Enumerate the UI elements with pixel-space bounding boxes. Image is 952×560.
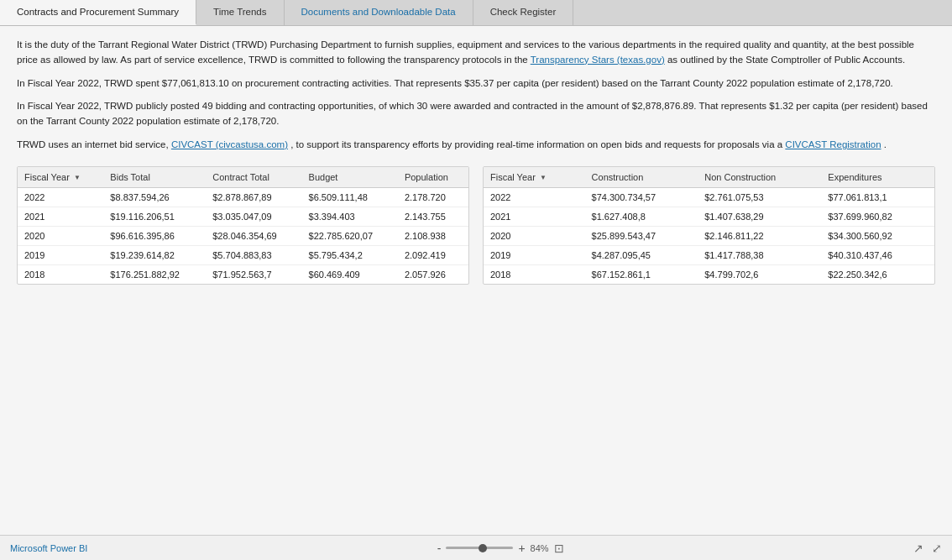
table1-col-budget[interactable]: Budget [302,167,398,188]
sort-icon-col0: ▼ [74,174,81,181]
table2-cell-col2: $2.761.075,53 [698,187,821,207]
table1-cell-col4: 2.057.926 [398,264,468,284]
tab-check-label: Check Register [490,7,557,17]
zoom-slider-track[interactable] [446,547,513,549]
table2-cell-col0: 2020 [484,226,585,245]
table2-cell-col3: $22.250.342,6 [821,264,934,284]
table2-cell-col1: $67.152.861,1 [585,264,698,284]
paragraph-1: It is the duty of the Tarrant Regional W… [17,38,935,68]
content-inner: It is the duty of the Tarrant Regional W… [0,26,952,535]
table1-cell-col2: $5.704.883,83 [206,245,301,264]
transparency-stars-link[interactable]: Transparency Stars (texas.gov) [531,55,665,65]
table-row: 2021$1.627.408,8$1.407.638,29$37.699.960… [484,207,934,226]
bottom-bar: Microsoft Power BI - + 84% ⊡ ↗ ⤢ [0,535,952,560]
table1-cell-col0: 2022 [18,187,103,207]
powerbi-link[interactable]: Microsoft Power BI [10,543,87,553]
fullscreen-icon[interactable]: ⤢ [932,542,942,555]
para4-suffix: . [884,139,887,149]
table2-cell-col2: $1.407.638,29 [698,207,821,226]
table1-cell-col1: $19.116.206,51 [103,207,206,226]
table1-cell-col1: $176.251.882,92 [103,264,206,284]
table1-col-bids[interactable]: Bids Total [103,167,206,188]
table1-cell-col4: 2.092.419 [398,245,468,264]
para3-text: In Fiscal Year 2022, TRWD publicly poste… [17,101,928,126]
table2-cell-col0: 2021 [484,207,585,226]
table1-cell-col0: 2019 [18,245,103,264]
table2-cell-col1: $1.627.408,8 [585,207,698,226]
para4-prefix: TRWD uses an internet bid service, [17,139,169,149]
table1: Fiscal Year ▼ Bids Total Contract Total … [18,167,468,284]
table1-cell-col1: $96.616.395,86 [103,226,206,245]
table1-cell-col2: $2.878.867,89 [206,187,301,207]
table2-cell-col1: $25.899.543,47 [585,226,698,245]
table1-cell-col3: $60.469.409 [302,264,398,284]
table1-col-population[interactable]: Population [398,167,468,188]
tab-check[interactable]: Check Register [473,0,574,25]
tab-contracts[interactable]: Contracts and Procurement Summary [0,0,196,25]
table2-col-fiscalyear[interactable]: Fiscal Year ▼ [484,167,585,188]
zoom-controls: - + 84% ⊡ [437,542,564,555]
table1-cell-col3: $3.394.403 [302,207,398,226]
para2-text: In Fiscal Year 2022, TRWD spent $77,061,… [17,78,893,88]
table2-col0-label: Fiscal Year [490,172,536,182]
table2-header-row: Fiscal Year ▼ Construction Non Construct… [484,167,934,188]
table-row: 2019$4.287.095,45$1.417.788,38$40.310.43… [484,245,934,264]
table2-col-construction[interactable]: Construction [585,167,698,188]
table2-cell-col2: $1.417.788,38 [698,245,821,264]
table1-cell-col1: $19.239.614,82 [103,245,206,264]
share-icon[interactable]: ↗ [913,542,923,555]
tab-contracts-label: Contracts and Procurement Summary [17,7,179,17]
table1-cell-col0: 2020 [18,226,103,245]
table-row: 2020$96.616.395,86$28.046.354,69$22.785.… [18,226,468,245]
table2-cell-col2: $2.146.811,22 [698,226,821,245]
table1-cell-col0: 2018 [18,264,103,284]
table1-col4-label: Population [405,172,448,182]
tab-trends-label: Time Trends [213,7,266,17]
zoom-plus-button[interactable]: + [518,542,525,554]
table-row: 2022$74.300.734,57$2.761.075,53$77.061.8… [484,187,934,207]
sort-icon-t2-col0: ▼ [540,174,547,181]
para1-suffix: as outlined by the State Comptroller of … [667,55,905,65]
table1-cell-col4: 2.143.755 [398,207,468,226]
table1-col2-label: Contract Total [212,172,269,182]
table1-col-fiscalyear[interactable]: Fiscal Year ▼ [18,167,103,188]
table1-cell-col1: $8.837.594,26 [103,187,206,207]
table1-cell-col4: 2.178.720 [398,187,468,207]
main-content: It is the duty of the Tarrant Regional W… [0,26,952,535]
table2-cell-col0: 2022 [484,187,585,207]
table2-col-nonconstruction[interactable]: Non Construction [698,167,821,188]
para4-mid: , to support its transparency efforts by… [290,139,782,149]
table2-cell-col0: 2018 [484,264,585,284]
civcast-registration-link[interactable]: CIVCAST Registration [785,139,881,149]
table2-cell-col1: $74.300.734,57 [585,187,698,207]
table-row: 2018$67.152.861,1$4.799.702,6$22.250.342… [484,264,934,284]
table1-col0-label: Fiscal Year [24,172,70,182]
table-row: 2018$176.251.882,92$71.952.563,7$60.469.… [18,264,468,284]
table2-col-expenditures[interactable]: Expenditures [821,167,934,188]
tab-documents[interactable]: Documents and Downloadable Data [285,0,473,25]
table2-cell-col3: $34.300.560,92 [821,226,934,245]
table2-container: Fiscal Year ▼ Construction Non Construct… [483,166,935,285]
tab-documents-label: Documents and Downloadable Data [301,7,456,17]
zoom-level-label: 84% [531,543,549,553]
table1-header-row: Fiscal Year ▼ Bids Total Contract Total … [18,167,468,188]
paragraph-3: In Fiscal Year 2022, TRWD publicly poste… [17,99,935,129]
table1-col-contract[interactable]: Contract Total [206,167,301,188]
tab-bar: Contracts and Procurement Summary Time T… [0,0,952,26]
table2-cell-col0: 2019 [484,245,585,264]
civcast-link[interactable]: CIVCAST (civcastusa.com) [171,139,288,149]
zoom-minus-button[interactable]: - [437,542,442,554]
table2-col3-label: Expenditures [828,172,881,182]
table2-cell-col2: $4.799.702,6 [698,264,821,284]
table1-cell-col4: 2.108.938 [398,226,468,245]
table-row: 2022$8.837.594,26$2.878.867,89$6.509.111… [18,187,468,207]
table1-cell-col2: $71.952.563,7 [206,264,301,284]
tab-trends[interactable]: Time Trends [196,0,284,25]
table1-cell-col2: $28.046.354,69 [206,226,301,245]
fit-page-icon[interactable]: ⊡ [554,542,564,555]
table1-cell-col3: $22.785.620,07 [302,226,398,245]
paragraph-2: In Fiscal Year 2022, TRWD spent $77,061,… [17,76,935,92]
table2-col2-label: Non Construction [704,172,776,182]
zoom-slider-thumb [479,544,487,552]
table1-cell-col0: 2021 [18,207,103,226]
